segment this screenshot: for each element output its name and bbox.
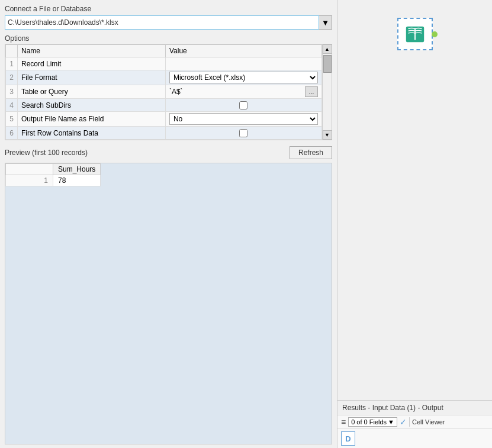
row-num-3: 3 (6, 85, 18, 99)
vertical-divider (409, 417, 410, 427)
node-icon[interactable] (397, 18, 433, 50)
preview-header: Preview (first 100 records) Refresh (5, 146, 332, 159)
fields-dropdown[interactable]: 0 of 0 Fields ▼ (348, 417, 397, 427)
row-num-5: 5 (6, 112, 18, 127)
options-row-3: 3 Table or Query `A$` ... (6, 85, 322, 99)
preview-section: Preview (first 100 records) Refresh Sum_… (0, 143, 337, 448)
options-table-wrapper: Name Value 1 Record Limit 2 (5, 44, 332, 140)
first-row-cell (169, 129, 318, 137)
fields-dropdown-arrow: ▼ (388, 418, 394, 426)
preview-col-sum-hours: Sum_Hours (53, 164, 101, 175)
preview-table-container: Sum_Hours 1 78 (5, 163, 332, 444)
option-value-2: Microsoft Excel (*.xlsx) CSV (165, 70, 321, 85)
table-query-browse-button[interactable]: ... (305, 86, 318, 97)
option-name-1: Record Limit (18, 57, 166, 70)
preview-col-num (6, 164, 53, 175)
options-col-name: Name (18, 45, 166, 57)
option-name-3: Table or Query (18, 85, 166, 99)
scroll-up-arrow[interactable]: ▲ (323, 44, 332, 54)
options-col-num (6, 45, 18, 57)
node-connector (432, 31, 438, 37)
book-icon (404, 23, 426, 46)
options-scrollbar[interactable]: ▲ ▼ (322, 44, 332, 140)
check-icon[interactable]: ✓ (400, 417, 407, 427)
connect-section: Connect a File or Database ▼ (0, 0, 337, 32)
output-filename-select[interactable]: No Yes (169, 113, 318, 125)
right-panel: Results - Input Data (1) - Output ≡ 0 of… (337, 0, 492, 448)
fields-count-label: 0 of 0 Fields (351, 418, 387, 426)
search-subdirs-cell (169, 101, 318, 109)
preview-row-1-value: 78 (53, 175, 101, 186)
file-path-input[interactable] (5, 15, 319, 30)
results-menu-icon[interactable]: ≡ (341, 417, 346, 427)
options-col-value: Value (165, 45, 321, 57)
option-value-5: No Yes (165, 112, 321, 127)
option-name-2: File Format (18, 70, 166, 85)
scroll-down-arrow[interactable]: ▼ (323, 130, 332, 140)
file-path-dropdown-button[interactable]: ▼ (319, 15, 332, 30)
row-num-6: 6 (6, 127, 18, 140)
option-name-4: Search SubDirs (18, 99, 166, 112)
refresh-button[interactable]: Refresh (290, 146, 332, 159)
preview-row-1: 1 78 (6, 175, 101, 186)
row-num-1: 1 (6, 57, 18, 70)
preview-table: Sum_Hours 1 78 (5, 163, 101, 186)
left-panel: Connect a File or Database ▼ Options Nam… (0, 0, 337, 448)
options-row-6: 6 First Row Contains Data (6, 127, 322, 140)
results-header: Results - Input Data (1) - Output (337, 401, 492, 415)
results-content: D (337, 429, 492, 448)
option-value-4 (165, 99, 321, 112)
row-num-4: 4 (6, 99, 18, 112)
results-section: Results - Input Data (1) - Output ≡ 0 of… (337, 400, 492, 448)
options-row-2: 2 File Format Microsoft Excel (*.xlsx) C… (6, 70, 322, 85)
first-row-checkbox[interactable] (239, 129, 247, 137)
option-name-5: Output File Name as Field (18, 112, 166, 127)
d-icon[interactable]: D (341, 431, 355, 446)
option-value-1 (165, 57, 321, 70)
options-table: Name Value 1 Record Limit 2 (5, 44, 322, 140)
options-row-4: 4 Search SubDirs (6, 99, 322, 112)
scroll-thumb[interactable] (323, 55, 332, 73)
cell-viewer-label: Cell Viewer (412, 418, 445, 426)
preview-row-1-num: 1 (6, 175, 53, 186)
connect-label: Connect a File or Database (5, 5, 332, 13)
options-row-1: 1 Record Limit (6, 57, 322, 70)
options-label: Options (5, 34, 332, 43)
option-value-6 (165, 127, 321, 140)
dropdown-arrow-icon: ▼ (321, 18, 329, 27)
options-section: Options Name Value 1 Re (0, 32, 337, 143)
results-toolbar: ≡ 0 of 0 Fields ▼ ✓ Cell Viewer (337, 415, 492, 429)
preview-label: Preview (first 100 records) (5, 149, 88, 157)
options-row-5: 5 Output File Name as Field No Yes (6, 112, 322, 127)
file-format-select[interactable]: Microsoft Excel (*.xlsx) CSV (169, 72, 318, 83)
row-num-2: 2 (6, 70, 18, 85)
connect-input-row: ▼ (5, 15, 332, 30)
option-value-3: `A$` ... (165, 85, 321, 99)
table-query-value: `A$` (169, 88, 304, 96)
table-query-field: `A$` ... (169, 86, 318, 97)
option-name-6: First Row Contains Data (18, 127, 166, 140)
search-subdirs-checkbox[interactable] (239, 101, 247, 109)
node-area (337, 0, 492, 400)
options-table-scroll: Name Value 1 Record Limit 2 (5, 44, 322, 140)
